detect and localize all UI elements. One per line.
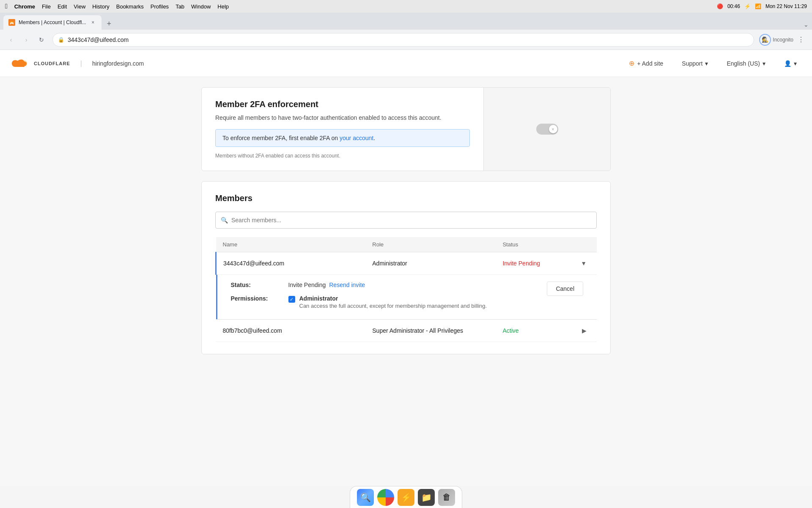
macos-menubar:  Chrome File Edit View History Bookmark…: [0, 0, 812, 13]
twofa-toggle[interactable]: ×: [536, 124, 558, 135]
language-label: English (US): [727, 60, 760, 67]
url-text: 3443c47d@uifeed.com: [68, 36, 129, 43]
incognito-label: Incognito: [773, 37, 793, 43]
finder-icon: 🔍: [360, 492, 371, 502]
help-menu-item[interactable]: Help: [217, 3, 229, 10]
dock-finder[interactable]: 🔍: [357, 489, 374, 506]
expanded-actions: Cancel: [547, 282, 583, 296]
permissions-detail-row: Permissions: ✓ Administrator Can access …: [231, 295, 487, 309]
status-detail-label: Status:: [231, 282, 282, 288]
bookmarks-menu-item[interactable]: Bookmarks: [116, 3, 144, 10]
app-icon: 📁: [421, 492, 432, 502]
expand-row-btn-2[interactable]: ▶: [579, 326, 590, 336]
status-detail-value: Invite Pending Resend invite: [288, 282, 365, 288]
member-action-2[interactable]: ▶: [571, 320, 597, 342]
refresh-button[interactable]: ↻: [36, 34, 47, 46]
permission-description: Can access the full account, except for …: [299, 303, 487, 309]
window-menu-item[interactable]: Window: [191, 3, 211, 10]
edit-menu-item[interactable]: Edit: [58, 3, 67, 10]
cancel-invite-btn[interactable]: Cancel: [547, 282, 583, 296]
search-bar[interactable]: 🔍: [215, 212, 597, 229]
status-value-text: Invite Pending: [288, 282, 326, 288]
menubar-right: 🔴 00:46 ⚡ 📶 Mon 22 Nov 11:29: [717, 3, 807, 9]
table-row[interactable]: 3443c47d@uifeed.com Administrator Invite…: [216, 252, 597, 275]
account-btn[interactable]: 👤 ▾: [779, 58, 802, 69]
add-site-icon: ⊕: [629, 59, 634, 67]
twofa-title: Member 2FA enforcement: [215, 99, 470, 109]
toggle-thumb: ×: [549, 125, 557, 133]
support-arrow: ▾: [705, 60, 708, 67]
header-divider: |: [80, 60, 82, 67]
macos-dock: 🔍 ⚡ 📁 🗑: [350, 486, 462, 508]
tab-close-btn[interactable]: ×: [90, 19, 96, 26]
new-tab-button[interactable]: +: [103, 18, 115, 30]
tab-menu-item[interactable]: Tab: [176, 3, 184, 10]
support-label: Support: [682, 60, 702, 67]
twofa-info-pre: To enforce member 2FA, first enable 2FA …: [222, 135, 340, 141]
table-header: Name Role Status: [216, 237, 597, 252]
search-input[interactable]: [231, 217, 591, 224]
col-header-action: [571, 237, 597, 252]
main-content: Member 2FA enforcement Require all membe…: [0, 77, 812, 486]
dock-reeder[interactable]: ⚡: [398, 489, 414, 506]
twofa-note: Members without 2FA enabled can access t…: [215, 153, 470, 159]
add-site-btn[interactable]: ⊕ + Add site: [624, 57, 668, 70]
col-header-name: Name: [216, 237, 366, 252]
twofa-section: Member 2FA enforcement Require all membe…: [201, 87, 611, 171]
permission-checkbox[interactable]: ✓: [288, 296, 295, 303]
permissions-label: Permissions:: [231, 295, 282, 302]
view-menu-item[interactable]: View: [74, 3, 85, 10]
incognito-profile-btn[interactable]: 🕵: [759, 34, 771, 46]
support-btn[interactable]: Support ▾: [677, 58, 713, 69]
forward-button[interactable]: ›: [20, 34, 32, 46]
members-title: Members: [215, 193, 597, 203]
permission-info: Administrator Can access the full accoun…: [299, 295, 487, 309]
member-status-2: Active: [496, 320, 571, 342]
menubar-bolt: ⚡: [744, 3, 751, 9]
members-table: Name Role Status 3443c47d@uifeed.com Adm…: [215, 237, 597, 342]
toggle-track: ×: [536, 124, 558, 135]
reeder-icon: ⚡: [401, 492, 411, 502]
twofa-description: Require all members to have two-factor a…: [215, 113, 470, 122]
expand-row-btn-1[interactable]: ▼: [577, 258, 590, 268]
back-button[interactable]: ‹: [5, 34, 17, 46]
profiles-menu-item[interactable]: Profiles: [151, 3, 169, 10]
dock-chrome[interactable]: [377, 489, 394, 506]
chrome-menu-btn[interactable]: ⋮: [795, 34, 807, 46]
twofa-main: Member 2FA enforcement Require all membe…: [202, 88, 483, 171]
member-action-1[interactable]: ▼: [571, 252, 597, 275]
language-arrow: ▾: [763, 60, 765, 67]
addressbar-actions: 🕵 Incognito ⋮: [759, 34, 807, 46]
address-bar[interactable]: 🔒 3443c47d@uifeed.com: [52, 33, 754, 47]
twofa-info-box: To enforce member 2FA, first enable 2FA …: [215, 129, 470, 147]
permission-name: Administrator: [299, 295, 487, 302]
cloudflare-header: CLOUDFLARE | hiringfordesign.com ⊕ + Add…: [0, 50, 812, 77]
permissions-content: ✓ Administrator Can access the full acco…: [288, 295, 487, 309]
apple-menu[interactable]: : [5, 3, 8, 10]
cf-header-right: ⊕ + Add site Support ▾ English (US) ▾ 👤 …: [624, 57, 802, 70]
chrome-addressbar: ‹ › ↻ 🔒 3443c47d@uifeed.com 🕵 Incognito …: [0, 30, 812, 50]
chrome-menu-item[interactable]: Chrome: [14, 3, 35, 10]
member-status-1: Invite Pending: [496, 252, 571, 275]
language-btn[interactable]: English (US) ▾: [721, 58, 771, 69]
resend-invite-link[interactable]: Resend invite: [329, 282, 365, 288]
account-arrow: ▾: [794, 60, 797, 67]
history-menu-item[interactable]: History: [92, 3, 109, 10]
twofa-info-post: .: [373, 135, 375, 141]
menubar-time-icon: 00:46: [727, 3, 740, 9]
expanded-details-cell: Status: Invite Pending Resend invite Per…: [216, 275, 597, 320]
chrome-tabbar: Members | Account | Cloudfl... × + ⌄: [0, 13, 812, 30]
cf-domain[interactable]: hiringfordesign.com: [92, 60, 144, 67]
file-menu-item[interactable]: File: [42, 3, 51, 10]
search-icon: 🔍: [221, 217, 228, 224]
active-tab[interactable]: Members | Account | Cloudfl... ×: [3, 15, 102, 30]
lock-icon: 🔒: [58, 37, 64, 43]
content-container: Member 2FA enforcement Require all membe…: [195, 77, 617, 364]
battery-icon: 🔴: [717, 3, 723, 9]
tab-search-btn[interactable]: ⌄: [804, 21, 809, 28]
your-account-link[interactable]: your account: [340, 135, 373, 141]
table-row[interactable]: 80fb7bc0@uifeed.com Super Administrator …: [216, 320, 597, 342]
dock-trash[interactable]: 🗑: [438, 489, 455, 506]
dock-app[interactable]: 📁: [418, 489, 435, 506]
add-site-label: + Add site: [637, 60, 663, 67]
